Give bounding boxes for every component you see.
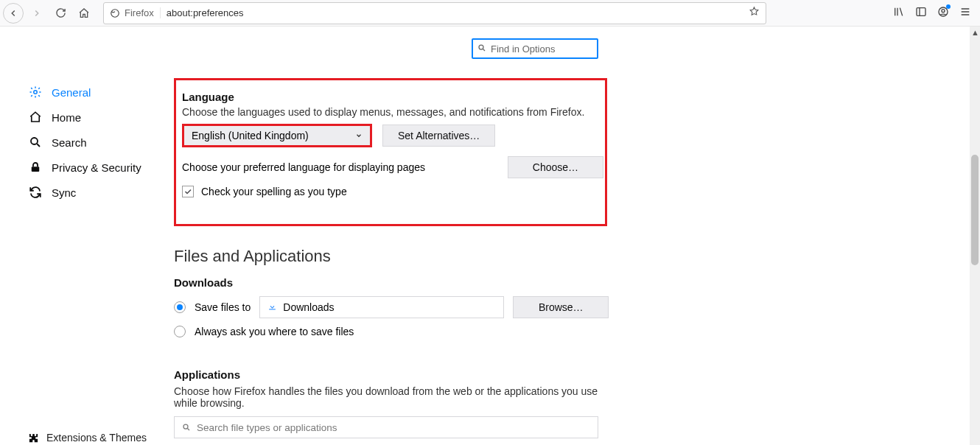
sidebar-item-label: Sync [52,186,76,199]
scroll-up-arrow-icon[interactable]: ▲ [971,28,979,37]
bookmark-star-icon[interactable] [749,6,760,20]
applications-desc: Choose how Firefox handles the files you… [174,385,598,409]
spellcheck-label: Check your spelling as you type [201,186,347,197]
set-alternatives-button[interactable]: Set Alternatives… [382,125,495,147]
always-ask-radio[interactable] [174,326,186,337]
lock-icon [28,161,43,174]
sidebar-item-privacy[interactable]: Privacy & Security [0,155,161,180]
svg-point-9 [183,424,188,429]
home-icon [28,111,43,124]
language-section-highlight: Language Choose the languages used to di… [174,78,607,226]
identity-label: Firefox [125,7,154,18]
svg-point-7 [479,45,483,49]
puzzle-icon [28,432,39,444]
svg-rect-8 [269,309,276,309]
sidebar-item-label: Search [52,136,87,149]
browse-button[interactable]: Browse… [513,296,609,318]
browser-toolbar: Firefox about:preferences [0,0,980,27]
language-dropdown[interactable]: English (United Kingdom) [182,124,372,147]
account-icon[interactable] [937,6,949,21]
sidebar-extensions-link[interactable]: Extensions & Themes [28,432,147,444]
home-button[interactable] [74,3,94,24]
toolbar-right-icons [893,6,977,21]
svg-rect-1 [917,7,925,15]
svg-point-3 [942,9,945,12]
library-icon[interactable] [893,6,905,21]
url-bar[interactable]: Firefox about:preferences [103,2,766,24]
sidebar-item-sync[interactable]: Sync [0,180,161,205]
gear-icon [28,85,43,99]
scrollbar-thumb[interactable] [971,155,979,265]
firefox-icon [110,8,120,18]
downloads-path-value: Downloads [283,301,334,313]
sidebar-footer-label: Extensions & Themes [46,432,147,444]
chevron-down-icon [355,132,363,139]
preferences-sidebar: General Home Search Privacy & Security S… [0,27,161,445]
always-ask-label: Always ask you where to save files [195,326,354,337]
search-icon [477,42,486,55]
sidebar-item-label: Privacy & Security [52,161,141,174]
files-heading: Files and Applications [174,247,980,266]
search-placeholder: Find in Options [491,43,555,55]
identity-box[interactable]: Firefox [110,7,161,18]
applications-search-placeholder: Search file types or applications [197,422,337,433]
search-icon [182,423,191,432]
language-desc: Choose the languages used to display men… [182,106,599,118]
preferences-content: Find in Options Language Choose the lang… [161,27,980,445]
menu-icon[interactable] [959,6,971,21]
pref-lang-desc: Choose your preferred language for displ… [182,161,425,173]
download-arrow-icon [267,301,277,313]
reload-button[interactable] [50,3,71,24]
svg-point-5 [31,138,38,144]
svg-point-4 [34,91,38,94]
language-heading: Language [182,91,599,103]
applications-heading: Applications [174,368,980,381]
back-button[interactable] [3,3,24,24]
spellcheck-checkbox[interactable] [182,186,194,197]
downloads-heading: Downloads [174,276,980,289]
svg-point-0 [111,9,119,17]
sidebar-item-search[interactable]: Search [0,130,161,155]
save-to-radio[interactable] [174,301,186,313]
downloads-path-field[interactable]: Downloads [259,296,504,318]
sidebar-item-general[interactable]: General [0,80,161,105]
sync-icon [28,186,43,199]
choose-language-button[interactable]: Choose… [508,156,603,178]
language-selected-value: English (United Kingdom) [192,130,309,141]
url-text: about:preferences [161,7,749,18]
sidebar-toggle-icon[interactable] [915,6,927,21]
search-icon [28,136,43,149]
sidebar-item-home[interactable]: Home [0,105,161,130]
check-icon [183,187,192,196]
sidebar-item-label: Home [52,111,81,124]
save-to-label: Save files to [195,301,251,313]
forward-button[interactable] [27,3,47,24]
options-search-input[interactable]: Find in Options [472,38,598,59]
svg-rect-6 [32,167,40,172]
sidebar-item-label: General [52,86,91,99]
applications-search-input[interactable]: Search file types or applications [174,416,598,438]
